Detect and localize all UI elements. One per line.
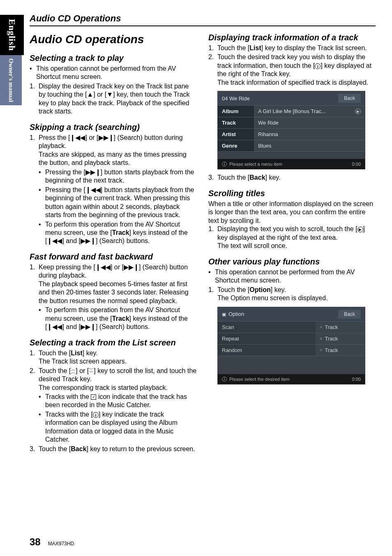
list-icon: ≡ — [320, 324, 322, 329]
value-artist: Rihanna — [254, 129, 365, 140]
footer-text: Please select the desired item — [229, 377, 290, 382]
option-scan: Scan — [218, 322, 316, 333]
scroll-up-icon: ︿︿ — [71, 368, 76, 374]
body-text: Pressing the [▶▶❙] button starts playbac… — [39, 168, 197, 185]
label-album: Album — [218, 106, 254, 117]
sec-fast: Fast forward and fast backward — [30, 252, 197, 262]
option-value: Track — [325, 336, 338, 342]
body-text: Touch the [List] key to display the Trac… — [208, 44, 376, 52]
body-text: Touch the [Back] key. — [208, 174, 376, 182]
option-value: Track — [325, 324, 338, 330]
page-title: Audio CD operations — [30, 33, 197, 46]
next-icon: ▶▶❙ — [124, 264, 139, 271]
value-genre: Blues — [254, 140, 365, 151]
body-text: This operation cannot be performed from … — [30, 65, 197, 81]
option-menu-screenshot: ▣Option Back Scan≡Track Repeat≡Track Ran… — [217, 307, 365, 385]
body-text: Touch the [List] key. The Track list scr… — [30, 349, 197, 366]
body-text: Touch the [︿︿] or [﹀﹀] key to scroll the… — [30, 367, 197, 444]
manual-tab: Owner's manual — [0, 55, 22, 105]
model-number: MAX973HD — [48, 541, 74, 547]
body-text: Touch the [Option] key. The Option menu … — [208, 286, 376, 303]
scroll-icon: ▶ — [355, 109, 361, 114]
option-repeat: Repeat — [218, 333, 316, 344]
body-text: To perform this operation from the AV Sh… — [39, 220, 197, 246]
label-genre: Genre — [218, 140, 254, 151]
body-text: Display the desired Track key on the Tra… — [30, 82, 197, 116]
time-display: 0:00 — [352, 377, 361, 382]
body-text: Keep pressing the [❙◀◀] or [▶▶❙] (Search… — [30, 263, 197, 331]
prev-icon: ❙◀◀ — [95, 264, 111, 271]
body-text: This operation cannot be performed from … — [208, 268, 376, 285]
prev-icon: ❙◀◀ — [70, 134, 85, 141]
scroll-down-icon: ﹀﹀ — [89, 368, 94, 374]
prev-icon: ❙◀◀ — [85, 186, 101, 193]
next-icon: ▶▶❙ — [81, 237, 96, 244]
prev-icon: ❙◀◀ — [47, 237, 62, 244]
sec-scrolling: Scrolling titles — [208, 189, 376, 198]
down-icon: ▼ — [106, 91, 113, 98]
screenshot-title: 04 We Ride — [222, 95, 250, 102]
sec-skipping: Skipping a track (searching) — [30, 123, 197, 132]
next-icon: ▶▶❙ — [81, 323, 96, 330]
lang-tab: English — [0, 15, 24, 55]
section-heading: Audio CD Operations — [30, 13, 376, 26]
back-button: Back — [338, 310, 361, 319]
info-icon: i — [222, 162, 227, 167]
option-value: Track — [325, 347, 338, 353]
info-icon: i — [222, 377, 227, 382]
info-icon: i — [315, 63, 321, 69]
value-album: A Girl Like Me [Bonus Trac... — [258, 108, 326, 114]
body-text: Tracks with the [i] key indicate the tra… — [39, 410, 197, 444]
list-icon: ≡ — [320, 336, 322, 341]
sec-select-track: Selecting a track to play — [30, 53, 197, 63]
scroll-icon: ▶ — [357, 227, 363, 232]
body-text: To perform this operation from the AV Sh… — [39, 306, 197, 331]
back-button: Back — [338, 94, 361, 103]
value-track: We Ride — [254, 117, 365, 128]
body-text: Tracks with the ✓ icon indicate that the… — [39, 393, 197, 410]
time-display: 0:00 — [352, 162, 361, 167]
page-number: 38 — [30, 536, 41, 548]
checkbox-icon: ✓ — [91, 394, 96, 400]
next-icon: ▶▶❙ — [85, 169, 101, 176]
up-icon: ▲ — [87, 91, 93, 98]
body-text: Displaying the text you wish to scroll, … — [208, 225, 376, 250]
sec-disp-info: Displaying track information of a track — [208, 33, 376, 42]
sec-other: Other various play functions — [208, 257, 376, 266]
footer-text: Please select a menu item — [229, 162, 282, 167]
body-text: When a title or other information displa… — [208, 200, 376, 225]
list-icon: ≡ — [320, 348, 322, 352]
sec-list: Selecting a track from the List screen — [30, 338, 197, 348]
body-text: Press the [❙◀◀] or [▶▶❙] (Search) button… — [30, 134, 197, 246]
info-icon: i — [93, 412, 99, 418]
body-text: Touch the desired track key you wish to … — [208, 53, 376, 87]
track-info-screenshot: 04 We Ride Back AlbumA Girl Like Me [Bon… — [217, 91, 365, 169]
label-track: Track — [218, 117, 254, 128]
label-artist: Artist — [218, 129, 254, 140]
body-text: Pressing the [❙◀◀] button starts playbac… — [39, 186, 197, 220]
body-text: Touch the [Back] key to return to the pr… — [30, 445, 197, 453]
screenshot-title: ▣Option — [222, 311, 244, 317]
next-icon: ▶▶❙ — [99, 134, 114, 141]
prev-icon: ❙◀◀ — [47, 323, 62, 330]
option-random: Random — [218, 345, 316, 356]
